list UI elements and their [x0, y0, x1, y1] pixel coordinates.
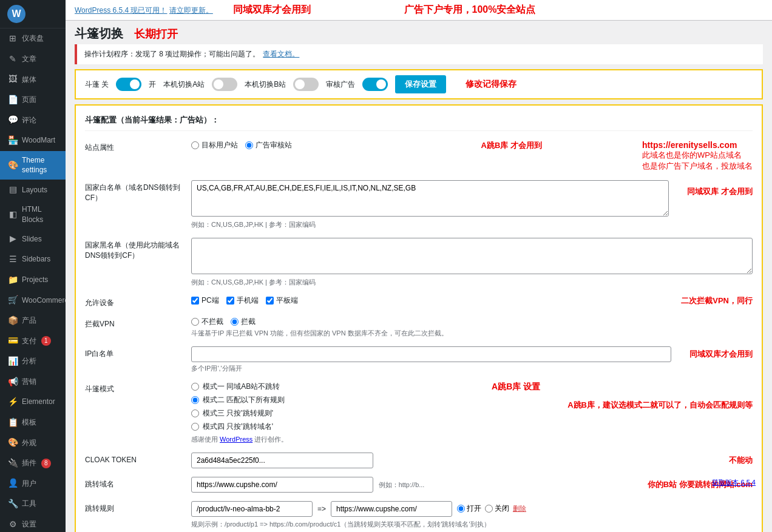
jump-rule-delete-link[interactable]: 删除	[513, 504, 526, 513]
version-link[interactable]: 获取版本 6.5.4	[712, 479, 756, 486]
allow-device-row: 允许设备 PC端 手机端 平板端 二次拦截VPN，同行	[85, 295, 753, 308]
jump-rule-open-radio[interactable]: 打开	[457, 503, 481, 514]
page-title: 斗篷切换	[75, 25, 123, 42]
appearance-icon: 🎨	[7, 437, 18, 449]
settings-icon: ⚙	[7, 519, 18, 531]
site-attr-control: 目标用户站 广告审核站	[191, 140, 460, 150]
sidebar-item-users[interactable]: 👤 用户	[0, 473, 66, 494]
sidebar-item-elementor[interactable]: ⚡ Elementor	[0, 392, 66, 412]
save-settings-button[interactable]: 保存设置	[395, 75, 446, 93]
jump-rule-close-radio[interactable]: 关闭	[485, 503, 509, 514]
sidebar-item-dashboard[interactable]: ⊞ 仪表盘	[0, 29, 66, 49]
doupeng-toggle[interactable]	[116, 78, 141, 91]
jump-rule-from-input[interactable]	[191, 501, 313, 517]
local-switch-b-label: 本机切换B站	[245, 79, 286, 90]
sidebar-item-html-blocks[interactable]: ◧ HTML Blocks	[0, 200, 66, 229]
mode-2-radio[interactable]: 模式二 匹配以下所有规则	[191, 395, 470, 405]
block-vpn-control: 不拦截 拦截 斗篷基于IP 库已拦截 VPN 功能，但有些国家的 VPN 数据库…	[191, 317, 753, 338]
mode-label: 斗篷模式	[85, 382, 182, 394]
sidebars-icon: ☰	[7, 254, 18, 266]
sidebar-item-woocommerce[interactable]: 🛒 WooCommerce	[0, 290, 66, 311]
sidebar-item-templates[interactable]: 📋 模板	[0, 412, 66, 433]
domain-url-annotation: https://erenitysells.com	[642, 140, 753, 150]
posts-icon: ✎	[7, 53, 18, 66]
block-vpn-label: 拦截VPN	[85, 317, 182, 329]
projects-icon: 📁	[7, 274, 18, 286]
products-icon: 📦	[7, 315, 18, 327]
sidebar-item-posts[interactable]: ✎ 文章	[0, 49, 66, 70]
country-white-row: 国家白名单（域名DNS领转到CF） US,CA,GB,FR,AT,AU,BE,C…	[85, 180, 753, 229]
update-link[interactable]: WordPress 6.5.4 现已可用！	[75, 6, 167, 15]
cloak-token-label: CLOAK TOKEN	[85, 453, 182, 465]
block-vpn-radio[interactable]: 拦截	[231, 317, 256, 327]
jump-domain-input[interactable]	[191, 477, 373, 493]
sidebar-item-products[interactable]: 📦 产品	[0, 311, 66, 331]
mode-control: 模式一 同域AB站不跳转 模式二 匹配以下所有规则 模式三 只按'跳转规则' 模…	[191, 382, 470, 444]
sidebar-item-slides[interactable]: ▶ Slides	[0, 229, 66, 249]
device-tablet-checkbox[interactable]: 平板端	[266, 295, 298, 306]
jump-rule-to-input[interactable]	[331, 501, 452, 517]
allow-device-control: PC端 手机端 平板端	[191, 295, 660, 306]
site-attr-radio-group: 目标用户站 广告审核站	[191, 140, 460, 150]
jump-domain-label: 跳转域名	[85, 477, 182, 490]
cloak-token-input[interactable]	[191, 453, 373, 468]
sidebar-item-payment[interactable]: 💳 支付 1	[0, 331, 66, 351]
mode-1-radio[interactable]: 模式一 同域AB站不跳转	[191, 382, 470, 392]
no-block-vpn-radio[interactable]: 不拦截	[191, 317, 223, 327]
sidebar-item-tools[interactable]: 🔧 工具	[0, 494, 66, 514]
sidebar-item-media[interactable]: 🖼 媒体	[0, 69, 66, 90]
update-now-link[interactable]: 请立即更新。	[169, 6, 213, 15]
theme-settings-icon: 🎨	[7, 160, 18, 172]
block-vpn-row: 拦截VPN 不拦截 拦截 斗篷基于IP 库已拦截 VPN 功能，但有些国家的 V…	[85, 317, 753, 338]
sidebar-item-sidebars[interactable]: ☰ Sidebars	[0, 249, 66, 270]
sidebar-item-layouts[interactable]: ▤ Layouts	[0, 180, 66, 200]
device-pc-checkbox[interactable]: PC端	[191, 295, 219, 306]
wp-logo-icon: W	[7, 5, 25, 23]
marketing-icon: 📢	[7, 376, 18, 388]
sidebar-item-analytics[interactable]: 📊 分析	[0, 351, 66, 372]
local-b-toggle[interactable]	[293, 78, 319, 91]
country-white-textarea[interactable]: US,CA,GB,FR,AT,AU,BE,CH,DE,ES,FI,IE,IL,I…	[191, 180, 669, 217]
pages-icon: 📄	[7, 94, 18, 106]
local-a-toggle[interactable]	[212, 78, 237, 91]
sidebar-item-projects[interactable]: 📁 Projects	[0, 270, 66, 291]
ad-special-annotation: 广告下户专用，100%安全站点	[404, 4, 536, 15]
site-attr-label: 站点属性	[85, 140, 182, 153]
local-switch-a-label: 本机切换A站	[163, 79, 205, 90]
main-content: WordPress 6.5.4 现已可用！ 请立即更新。 同域双库才会用到 广告…	[66, 0, 772, 532]
mode-3-radio[interactable]: 模式三 只按'跳转规则'	[191, 408, 470, 419]
ip-white-control: 多个IP用','分隔开	[191, 346, 671, 373]
country-black-label: 国家黑名单（使用此功能域名DNS领转到CF）	[85, 238, 182, 261]
review-ad-toggle[interactable]	[362, 78, 388, 91]
jump-rule-label: 跳转规则	[85, 501, 182, 514]
mode-4-radio[interactable]: 模式四 只按'跳转域名'	[191, 422, 470, 432]
sidebar-item-comments[interactable]: 💬 评论	[0, 110, 66, 130]
wordpress-link[interactable]: WordPress	[220, 436, 252, 443]
cloak-token-control	[191, 453, 711, 468]
country-white-control: US,CA,GB,FR,AT,AU,BE,CH,DE,ES,FI,IE,IL,I…	[191, 180, 669, 229]
sidebar-item-theme-settings[interactable]: 🎨 Theme settings	[0, 151, 66, 180]
sidebar-item-plugins[interactable]: 🔌 插件 8	[0, 453, 66, 474]
plugins-icon: 🔌	[7, 457, 18, 470]
plugins-badge: 8	[41, 459, 51, 468]
sidebar-item-woodmart[interactable]: 🏪 WoodMart	[0, 130, 66, 151]
tools-icon: 🔧	[7, 498, 18, 510]
site-attr-target-radio[interactable]: 目标用户站	[191, 140, 238, 150]
sidebar-item-settings[interactable]: ⚙ 设置	[0, 514, 66, 532]
device-mobile-checkbox[interactable]: 手机端	[226, 295, 259, 306]
mode-radio-group: 模式一 同域AB站不跳转 模式二 匹配以下所有规则 模式三 只按'跳转规则' 模…	[191, 382, 470, 432]
slides-icon: ▶	[7, 233, 18, 245]
sidebar-item-pages[interactable]: 📄 页面	[0, 90, 66, 110]
jump-rule-hint: 规则示例：/product/p1 => https://b.com/produc…	[191, 520, 753, 529]
allow-device-label: 允许设备	[85, 295, 182, 308]
woodmart-icon: 🏪	[7, 135, 18, 147]
media-icon: 🖼	[7, 73, 18, 86]
country-white-label: 国家白名单（域名DNS领转到CF）	[85, 180, 182, 203]
site-attr-ad-radio[interactable]: 广告审核站	[245, 140, 292, 150]
ip-white-input[interactable]	[191, 346, 671, 362]
sidebar-item-appearance[interactable]: 🎨 外观	[0, 433, 66, 453]
toggle-bar: 斗蓬 关 开 本机切换A站 本机切换B站 审核广告 保存设置 修改记得保存	[75, 69, 763, 99]
sidebar-item-marketing[interactable]: 📢 营销	[0, 372, 66, 392]
notice-link[interactable]: 查看文档。	[263, 49, 299, 59]
country-black-textarea[interactable]	[191, 238, 753, 274]
